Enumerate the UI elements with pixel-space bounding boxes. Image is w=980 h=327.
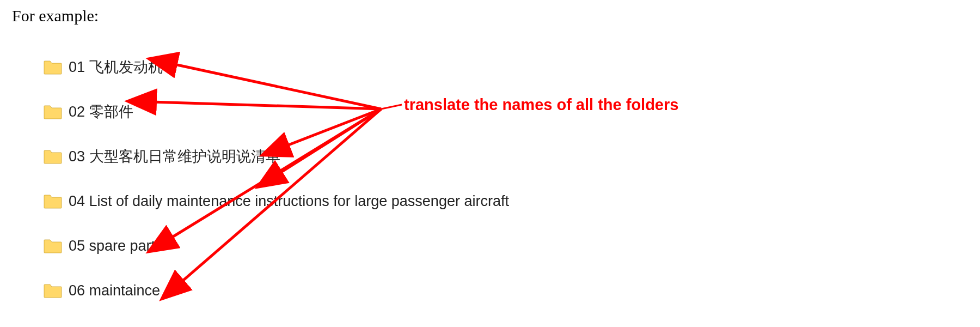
folder-list: 01 飞机发动机 02 零部件 03 大型客机日常维护说明说清单 04 List… xyxy=(44,45,936,313)
folder-label: 04 List of daily maintenance instruction… xyxy=(69,193,509,210)
intro-text: For example: xyxy=(12,7,99,25)
folder-label: 02 零部件 xyxy=(69,102,133,122)
folder-icon xyxy=(44,238,62,253)
folder-row: 03 大型客机日常维护说明说清单 xyxy=(44,134,936,179)
folder-icon xyxy=(44,193,62,209)
folder-icon xyxy=(44,283,62,298)
folder-icon xyxy=(44,104,62,119)
annotation-text: translate the names of all the folders xyxy=(404,96,678,114)
folder-row: 01 飞机发动机 xyxy=(44,45,936,89)
folder-row: 06 maintaince xyxy=(44,268,936,313)
folder-icon xyxy=(44,59,62,75)
folder-label: 01 飞机发动机 xyxy=(69,57,163,77)
folder-row: 05 spare parts xyxy=(44,223,936,268)
folder-label: 03 大型客机日常维护说明说清单 xyxy=(69,147,280,166)
folder-label: 06 maintaince xyxy=(69,282,160,299)
folder-label: 05 spare parts xyxy=(69,238,163,255)
folder-row: 04 List of daily maintenance instruction… xyxy=(44,179,936,223)
folder-icon xyxy=(44,149,62,164)
